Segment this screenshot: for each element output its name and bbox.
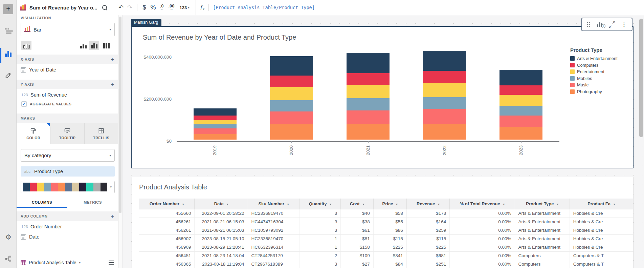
table-cell[interactable]: 3 <box>299 226 341 234</box>
table-cell[interactable]: Computers & T <box>570 251 633 260</box>
bar-segment-photography[interactable] <box>194 134 237 140</box>
bar-segment-mobiles[interactable] <box>270 100 313 111</box>
table-cell[interactable]: $27 <box>341 260 373 268</box>
table-cell[interactable]: 2021-08-23 14:18:04 <box>195 251 248 260</box>
explore-chart-icon[interactable]: + <box>597 22 602 27</box>
color-palette-dropdown[interactable]: ▾ <box>21 181 115 193</box>
bar-segment-photography[interactable] <box>270 124 313 140</box>
stacked-bar-2020[interactable] <box>270 56 313 140</box>
column-header-date[interactable]: Date▾ <box>195 199 248 209</box>
format-brush-icon[interactable] <box>0 72 17 79</box>
table-cell[interactable]: $38 <box>341 218 373 226</box>
legend-item-entertainment[interactable]: Entertainment <box>570 68 618 75</box>
column-header-revenue[interactable]: Revenue▾ <box>406 199 449 209</box>
redo-button[interactable]: ↷ <box>126 2 134 13</box>
stacked100-bar-subtype[interactable] <box>101 41 111 50</box>
table-cell[interactable]: $115 <box>373 234 406 243</box>
table-cell[interactable]: 2023-08-18 11:19:04 <box>195 260 248 268</box>
grouped-bar-subtype[interactable] <box>78 41 88 50</box>
table-cell[interactable]: 0.00% <box>450 234 515 243</box>
table-cell[interactable]: $58 <box>373 209 406 218</box>
percent-format-button[interactable]: % <box>149 2 158 13</box>
table-cell[interactable]: 2021-08-21 06:15:03 <box>195 226 248 234</box>
aggregate-checkbox[interactable]: ✓ <box>21 101 27 107</box>
vertical-bar-subtype[interactable] <box>21 41 31 50</box>
table-cell[interactable]: CT2844253179 <box>248 251 299 260</box>
bar-segment-computers[interactable] <box>270 76 313 87</box>
table-cell[interactable]: Arts & Entertainment <box>515 243 570 251</box>
bar-segment-entertainment[interactable] <box>423 83 466 97</box>
column-menu-caret-icon[interactable]: ▾ <box>330 203 331 206</box>
page-scrollbar-thumb[interactable] <box>639 19 643 137</box>
table-cell[interactable]: 1 <box>299 243 341 251</box>
chart-widget[interactable]: Manish Garg + ⋮ Sum of Revenue by Year o… <box>131 26 634 168</box>
table-cell[interactable]: Hobbies & Cre <box>570 226 633 234</box>
table-cell[interactable]: 0.00% <box>450 209 515 218</box>
tab-color[interactable]: COLOR <box>17 123 50 144</box>
table-widget[interactable]: Product Analysis Table Order Number▾Date… <box>132 177 634 268</box>
table-cell[interactable]: 456261 <box>139 218 195 226</box>
column-header-product-fa[interactable]: Product Fa▾ <box>570 199 633 209</box>
stacked-bar-2019[interactable] <box>194 108 237 140</box>
currency-format-button[interactable]: $ <box>140 2 149 13</box>
table-cell[interactable]: $109 <box>341 251 373 260</box>
column-menu-caret-icon[interactable]: ▾ <box>227 203 228 206</box>
add-x-axis-field-button[interactable]: + <box>111 57 114 62</box>
column-menu-caret-icon[interactable]: ▾ <box>287 203 289 206</box>
bar-segment-arts-entertainment[interactable] <box>499 70 542 86</box>
undo-button[interactable]: ↶ <box>117 2 126 13</box>
column-header-quantity[interactable]: Quantity▾ <box>299 199 341 209</box>
column-header--of-total-revenue[interactable]: % of Total Revenue▾ <box>450 199 515 209</box>
color-mode-dropdown[interactable]: By category ▾ <box>21 149 115 162</box>
table-cell[interactable]: Hobbies & Cre <box>570 218 633 226</box>
column-menu-caret-icon[interactable]: ▾ <box>614 203 615 206</box>
table-cell[interactable]: $86 <box>373 226 406 234</box>
bar-segment-computers[interactable] <box>423 71 466 83</box>
table-cell[interactable]: $115 <box>406 234 449 243</box>
bar-segment-computers[interactable] <box>347 73 390 85</box>
column-header-price[interactable]: Price▾ <box>373 199 406 209</box>
table-cell[interactable]: 456261 <box>139 226 195 234</box>
color-field-pill[interactable]: abc Product Type <box>21 166 115 177</box>
y-axis-field[interactable]: 123 Sum of Revenue <box>17 89 118 101</box>
bar-segment-mobiles[interactable] <box>347 98 390 110</box>
table-cell[interactable]: Hobbies & Cre <box>570 209 633 218</box>
table-cell[interactable]: CT2967618389 <box>248 260 299 268</box>
add-element-button[interactable]: + <box>3 4 13 14</box>
column-menu-caret-icon[interactable]: ▾ <box>182 203 184 206</box>
table-cell[interactable]: 0.00% <box>450 226 515 234</box>
bar-segment-arts-entertainment[interactable] <box>270 56 313 76</box>
maximize-icon[interactable] <box>609 22 615 27</box>
table-cell[interactable]: $40 <box>341 209 373 218</box>
table-cell[interactable]: Hobbies & Cre <box>570 234 633 243</box>
stacked-bar-2022[interactable] <box>423 51 466 140</box>
table-cell[interactable]: $164 <box>406 218 449 226</box>
stacked-bar-subtype[interactable] <box>89 41 99 50</box>
tab-metrics[interactable]: METRICS <box>67 198 118 208</box>
column-header-sku-number[interactable]: Sku Number▾ <box>248 199 299 209</box>
table-cell[interactable]: $158 <box>341 243 373 251</box>
drag-handle-icon[interactable] <box>587 22 590 27</box>
bar-segment-photography[interactable] <box>499 127 542 140</box>
column-menu-caret-icon[interactable]: ▾ <box>503 203 505 206</box>
column-list-icon[interactable] <box>109 261 114 265</box>
aggregate-values-toggle[interactable]: ✓ AGGREGATE VALUES <box>17 101 118 109</box>
table-cell[interactable]: Arts & Entertainment <box>515 218 570 226</box>
table-cell[interactable]: $681 <box>406 251 449 260</box>
bar-segment-entertainment[interactable] <box>270 87 313 100</box>
column-item-date[interactable]: Date <box>17 232 118 241</box>
table-cell[interactable]: Arts & Entertainment <box>515 209 570 218</box>
bar-segment-arts-entertainment[interactable] <box>347 53 390 73</box>
bar-segment-mobiles[interactable] <box>499 106 542 116</box>
table-cell[interactable]: 0.00% <box>450 251 515 260</box>
table-cell[interactable]: $259 <box>406 226 449 234</box>
formula-bar[interactable]: ƒx [Product Analysis Table/Product Type] <box>196 0 644 15</box>
bar-segment-music[interactable] <box>423 109 466 124</box>
decrease-decimal-button[interactable]: .0← <box>160 4 164 11</box>
table-cell[interactable]: 0.00% <box>450 243 515 251</box>
table-cell[interactable]: $251 <box>406 260 449 268</box>
table-cell[interactable]: 456365 <box>139 260 195 268</box>
settings-gear-icon[interactable]: ⚙ <box>0 233 17 241</box>
bar-segment-mobiles[interactable] <box>194 124 237 128</box>
table-cell[interactable]: 3 <box>299 209 341 218</box>
